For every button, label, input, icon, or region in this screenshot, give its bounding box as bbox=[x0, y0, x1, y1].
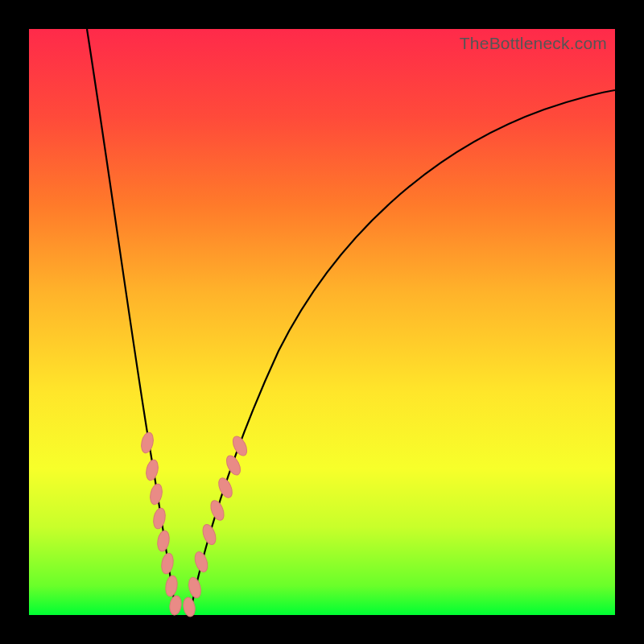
svg-point-7 bbox=[168, 595, 182, 616]
svg-point-9 bbox=[187, 576, 203, 600]
svg-point-6 bbox=[164, 575, 179, 597]
curve-layer bbox=[29, 29, 615, 615]
svg-point-14 bbox=[224, 453, 243, 477]
svg-point-11 bbox=[200, 522, 218, 546]
svg-point-0 bbox=[139, 431, 155, 454]
svg-point-3 bbox=[152, 507, 167, 530]
curve-left bbox=[87, 29, 176, 614]
svg-point-1 bbox=[144, 459, 159, 481]
chart-frame: TheBottleneck.com bbox=[0, 0, 644, 644]
svg-point-12 bbox=[208, 498, 227, 522]
svg-point-13 bbox=[216, 476, 234, 499]
pill-cluster-left bbox=[139, 431, 182, 616]
svg-point-15 bbox=[230, 434, 250, 458]
plot-area: TheBottleneck.com bbox=[29, 29, 615, 615]
svg-point-2 bbox=[148, 483, 163, 506]
svg-point-4 bbox=[156, 530, 171, 552]
svg-point-5 bbox=[160, 552, 175, 575]
svg-point-10 bbox=[192, 550, 209, 573]
curve-right bbox=[190, 90, 615, 614]
pill-cluster-right bbox=[182, 434, 250, 617]
svg-point-8 bbox=[182, 597, 196, 617]
